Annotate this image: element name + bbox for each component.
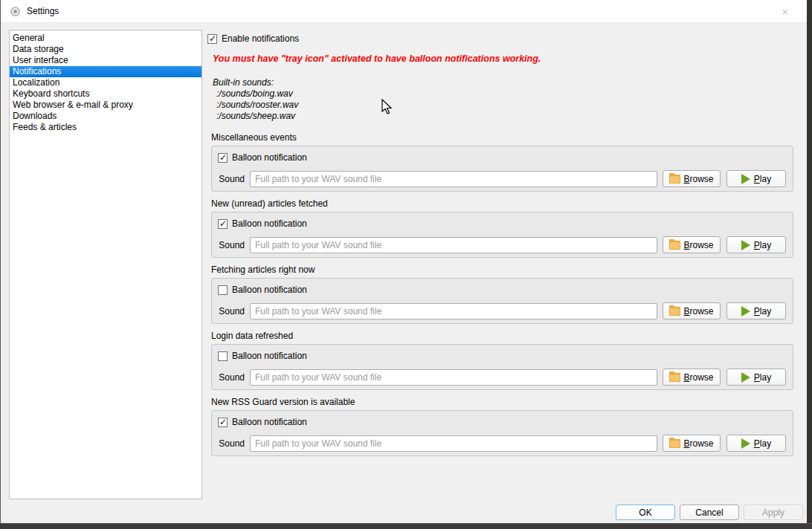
sound-label: Sound [218,174,245,184]
balloon-notification-label: Balloon notification [232,152,307,163]
balloon-notification-label: Balloon notification [232,351,307,361]
browse-button[interactable]: Browse [663,302,721,319]
browse-button[interactable]: Browse [663,170,721,187]
screen: Settings × General Data storage User int… [0,0,812,529]
sidebar-item-downloads[interactable]: Downloads [10,111,202,122]
window-title: Settings [27,6,59,16]
window-edge-left [0,0,1,529]
group-box: Balloon notification Sound Browse Play [211,212,793,258]
close-icon[interactable]: × [777,4,793,19]
sidebar-item-keyboard-shortcuts[interactable]: Keyboard shortcuts [10,88,202,100]
group-fetching-articles: Fetching articles right now Balloon noti… [211,264,793,324]
window-edge-right [807,0,812,529]
builtin-sounds-intro: Built-in sounds: [213,77,298,88]
sound-label: Sound [218,438,245,449]
folder-icon [669,307,680,316]
play-button[interactable]: Play [726,369,786,386]
balloon-notification-row[interactable]: Balloon notification [218,218,786,230]
play-icon [741,438,750,449]
sidebar-item-user-interface[interactable]: User interface [10,55,202,66]
group-box: Balloon notification Sound Browse Play [211,410,793,456]
balloon-notification-row[interactable]: Balloon notification [218,350,786,362]
browse-button[interactable]: Browse [663,236,721,253]
settings-gear-icon [10,7,20,16]
play-icon [741,372,750,383]
balloon-notification-checkbox[interactable] [218,285,228,295]
play-button[interactable]: Play [726,435,786,452]
sound-path-input[interactable] [250,435,657,452]
balloon-notification-row[interactable]: Balloon notification [218,152,786,163]
balloon-notification-checkbox[interactable] [218,418,228,427]
balloon-notification-label: Balloon notification [232,417,307,427]
play-icon [741,306,750,317]
apply-button[interactable]: Apply [744,504,803,520]
sidebar-item-feeds-articles[interactable]: Feeds & articles [10,122,202,133]
sound-label: Sound [218,240,245,250]
sound-label: Sound [218,306,245,317]
sidebar-item-data-storage[interactable]: Data storage [10,44,202,55]
settings-dialog: Settings × General Data storage User int… [1,0,807,523]
sidebar-item-notifications[interactable]: Notifications [10,66,202,77]
sidebar-item-localization[interactable]: Localization [10,77,202,88]
sound-label: Sound [218,372,245,383]
window-edge-bottom [0,523,812,529]
balloon-notification-checkbox[interactable] [218,219,228,229]
builtin-sounds-block: Built-in sounds: :/sounds/boing.wav :/so… [213,77,298,122]
tray-icon-warning: You must have "tray icon" activated to h… [213,53,541,64]
balloon-notification-label: Balloon notification [232,218,307,229]
group-title: Login data refreshed [211,331,793,341]
balloon-notification-label: Balloon notification [232,285,307,295]
enable-notifications-label: Enable notifications [222,33,299,44]
folder-icon [669,175,680,184]
settings-category-list: General Data storage User interface Noti… [9,30,202,499]
sound-path-input[interactable] [250,369,657,386]
enable-notifications-checkbox[interactable] [207,34,217,44]
play-icon [741,240,750,250]
ok-button[interactable]: OK [616,504,675,520]
mouse-cursor [381,99,393,115]
sound-path-input[interactable] [250,303,657,319]
builtin-sound-path: :/sounds/boing.wav [213,88,298,100]
play-button[interactable]: Play [726,170,786,187]
balloon-notification-checkbox[interactable] [218,153,228,163]
group-box: Balloon notification Sound Browse Play [211,278,793,324]
group-box: Balloon notification Sound Browse Play [211,344,793,390]
play-button[interactable]: Play [726,236,786,253]
browse-button[interactable]: Browse [663,369,721,386]
folder-icon [669,373,680,382]
balloon-notification-row[interactable]: Balloon notification [218,416,786,428]
group-title: Miscellaneous events [211,132,793,143]
folder-icon [669,241,680,250]
builtin-sound-path: :/sounds/rooster.wav [213,100,298,111]
play-button[interactable]: Play [726,302,786,319]
group-title: New RSS Guard version is available [211,397,793,407]
group-title: New (unread) articles fetched [211,198,793,209]
group-title: Fetching articles right now [211,264,793,275]
play-icon [741,174,750,184]
group-login-data-refreshed: Login data refreshed Balloon notificatio… [211,331,793,390]
sidebar-item-web-browser-proxy[interactable]: Web browser & e-mail & proxy [10,100,202,111]
group-new-version-available: New RSS Guard version is available Ballo… [211,397,793,456]
cancel-button[interactable]: Cancel [680,504,739,520]
group-miscellaneous-events: Miscellaneous events Balloon notificatio… [211,132,793,192]
balloon-notification-row[interactable]: Balloon notification [218,284,786,296]
browse-button[interactable]: Browse [663,435,721,452]
sidebar-item-general[interactable]: General [10,33,202,44]
sound-path-input[interactable] [250,237,657,253]
group-box: Balloon notification Sound Browse Play [211,146,793,192]
balloon-notification-checkbox[interactable] [218,351,228,361]
folder-icon [669,439,680,448]
sound-path-input[interactable] [250,171,657,187]
group-new-articles-fetched: New (unread) articles fetched Balloon no… [211,198,793,258]
titlebar[interactable]: Settings × [1,0,807,23]
builtin-sound-path: :/sounds/sheep.wav [213,111,298,122]
enable-notifications-row[interactable]: Enable notifications [207,33,299,44]
